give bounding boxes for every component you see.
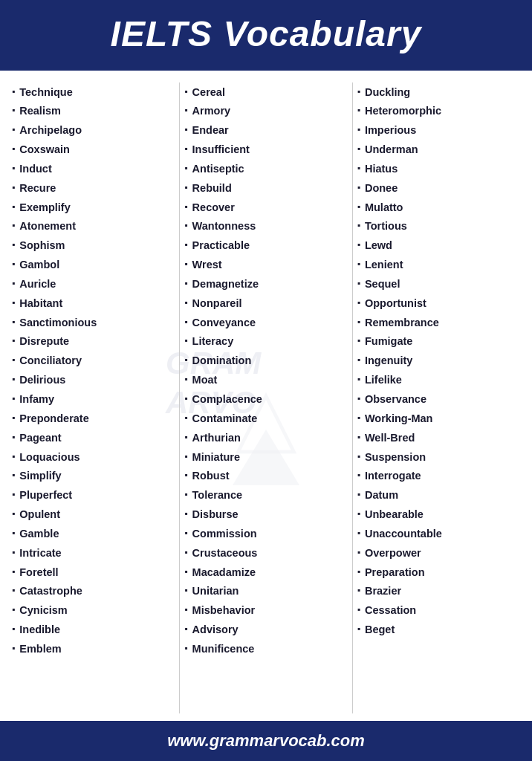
list-item: Commission bbox=[184, 524, 347, 543]
list-item: Heteromorphic bbox=[357, 102, 520, 121]
word-list-2: CerealArmoryEndearInsufficientAntiseptic… bbox=[184, 82, 347, 658]
list-item: Tolerance bbox=[184, 486, 347, 505]
list-item: Disburse bbox=[184, 505, 347, 525]
list-item: Working-Man bbox=[357, 409, 520, 428]
list-item: Robust bbox=[184, 467, 347, 486]
list-item: Domination bbox=[184, 352, 347, 371]
list-item: Preponderate bbox=[12, 409, 175, 428]
list-item: Hiatus bbox=[357, 159, 520, 178]
list-item: Duckling bbox=[357, 82, 520, 102]
list-item: Brazier bbox=[357, 582, 520, 601]
list-item: Opportunist bbox=[357, 294, 520, 313]
list-item: Infamy bbox=[12, 390, 175, 409]
list-item: Coxswain bbox=[12, 140, 175, 160]
column-1: TechniqueRealismArchipelagoCoxswainInduc… bbox=[7, 82, 180, 713]
list-item: Moat bbox=[184, 371, 347, 390]
list-item: Ingenuity bbox=[357, 352, 520, 371]
page-title: IELTS Vocabulary bbox=[15, 13, 517, 54]
list-item: Literacy bbox=[184, 332, 347, 352]
list-item: Unitarian bbox=[184, 582, 347, 601]
list-item: Disrepute bbox=[12, 332, 175, 352]
list-item: Technique bbox=[12, 82, 175, 102]
list-item: Datum bbox=[357, 486, 520, 505]
list-item: Rebuild bbox=[184, 178, 347, 198]
list-item: Wantonness bbox=[184, 217, 347, 236]
list-item: Recover bbox=[184, 198, 347, 217]
column-3: DucklingHeteromorphicImperiousUndermanHi… bbox=[353, 82, 525, 713]
word-list-3: DucklingHeteromorphicImperiousUndermanHi… bbox=[357, 82, 520, 639]
list-item: Pluperfect bbox=[12, 486, 175, 505]
list-item: Remembrance bbox=[357, 313, 520, 332]
list-item: Miniature bbox=[184, 447, 347, 467]
list-item: Gamble bbox=[12, 524, 175, 543]
page-header: IELTS Vocabulary bbox=[0, 0, 532, 71]
list-item: Arthurian bbox=[184, 428, 347, 447]
page-footer: www.grammarvocab.com bbox=[0, 721, 532, 761]
list-item: Lifelike bbox=[357, 371, 520, 390]
list-item: Overpower bbox=[357, 543, 520, 563]
list-item: Habitant bbox=[12, 294, 175, 313]
list-item: Unbearable bbox=[357, 505, 520, 525]
list-item: Auricle bbox=[12, 274, 175, 294]
list-item: Catastrophe bbox=[12, 582, 175, 601]
list-item: Foretell bbox=[12, 563, 175, 582]
list-item: Beget bbox=[357, 621, 520, 640]
list-item: Interrogate bbox=[357, 467, 520, 486]
list-item: Advisory bbox=[184, 621, 347, 640]
list-item: Loquacious bbox=[12, 447, 175, 467]
list-item: Fumigate bbox=[357, 332, 520, 352]
list-item: Donee bbox=[357, 178, 520, 198]
list-item: Underman bbox=[357, 140, 520, 160]
list-item: Induct bbox=[12, 159, 175, 178]
list-item: Crustaceous bbox=[184, 543, 347, 563]
list-item: Lewd bbox=[357, 236, 520, 256]
list-item: Cessation bbox=[357, 601, 520, 621]
list-item: Tortious bbox=[357, 217, 520, 236]
list-item: Macadamize bbox=[184, 563, 347, 582]
list-item: Sequel bbox=[357, 274, 520, 294]
list-item: Munificence bbox=[184, 639, 347, 658]
column-2: CerealArmoryEndearInsufficientAntiseptic… bbox=[180, 82, 352, 713]
list-item: Wrest bbox=[184, 256, 347, 275]
list-item: Insufficient bbox=[184, 140, 347, 160]
list-item: Nonpareil bbox=[184, 294, 347, 313]
list-item: Complacence bbox=[184, 390, 347, 409]
list-item: Observance bbox=[357, 390, 520, 409]
list-item: Recure bbox=[12, 178, 175, 198]
list-item: Mulatto bbox=[357, 198, 520, 217]
list-item: Cynicism bbox=[12, 601, 175, 621]
list-item: Exemplify bbox=[12, 198, 175, 217]
list-item: Sophism bbox=[12, 236, 175, 256]
list-item: Misbehavior bbox=[184, 601, 347, 621]
list-item: Well-Bred bbox=[357, 428, 520, 447]
list-item: Conciliatory bbox=[12, 352, 175, 371]
list-item: Sanctimonious bbox=[12, 313, 175, 332]
list-item: Archipelago bbox=[12, 121, 175, 140]
list-item: Endear bbox=[184, 121, 347, 140]
footer-url: www.grammarvocab.com bbox=[167, 731, 365, 750]
list-item: Inedible bbox=[12, 621, 175, 640]
list-item: Realism bbox=[12, 102, 175, 121]
list-item: Lenient bbox=[357, 256, 520, 275]
list-item: Armory bbox=[184, 102, 347, 121]
list-item: Gambol bbox=[12, 256, 175, 275]
list-item: Antiseptic bbox=[184, 159, 347, 178]
list-item: Conveyance bbox=[184, 313, 347, 332]
list-item: Practicable bbox=[184, 236, 347, 256]
list-item: Intricate bbox=[12, 543, 175, 563]
list-item: Cereal bbox=[184, 82, 347, 102]
list-item: Contaminate bbox=[184, 409, 347, 428]
list-item: Emblem bbox=[12, 639, 175, 658]
list-item: Suspension bbox=[357, 447, 520, 467]
list-item: Preparation bbox=[357, 563, 520, 582]
list-item: Opulent bbox=[12, 505, 175, 525]
word-list-1: TechniqueRealismArchipelagoCoxswainInduc… bbox=[12, 82, 175, 658]
list-item: Unaccountable bbox=[357, 524, 520, 543]
list-item: Atonement bbox=[12, 217, 175, 236]
list-item: Pageant bbox=[12, 428, 175, 447]
list-item: Demagnetize bbox=[184, 274, 347, 294]
list-item: Delirious bbox=[12, 371, 175, 390]
list-item: Imperious bbox=[357, 121, 520, 140]
vocabulary-content: GRAM ARVO TechniqueRealismArchipelagoCox… bbox=[0, 71, 532, 721]
list-item: Simplify bbox=[12, 467, 175, 486]
